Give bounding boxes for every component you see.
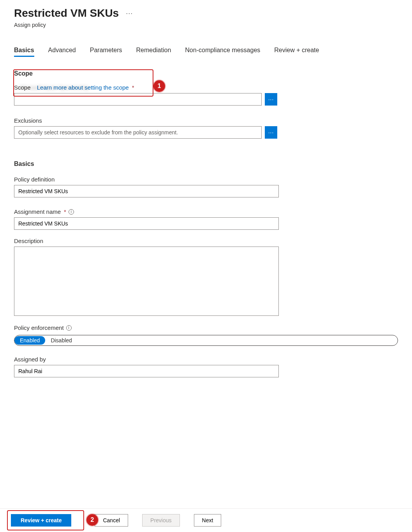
policy-definition-label: Policy definition: [14, 176, 55, 183]
tab-remediation[interactable]: Remediation: [136, 47, 171, 57]
tab-non-compliance[interactable]: Non-compliance messages: [185, 47, 260, 57]
tab-basics[interactable]: Basics: [14, 47, 34, 57]
toggle-enabled[interactable]: Enabled: [14, 336, 45, 345]
assigned-by-label: Assigned by: [14, 356, 46, 363]
description-textarea[interactable]: [14, 247, 279, 316]
scope-picker-button[interactable]: ···: [265, 93, 277, 106]
tabs: Basics Advanced Parameters Remediation N…: [14, 47, 398, 57]
ellipsis-icon: ···: [268, 97, 274, 102]
previous-button: Previous: [142, 514, 180, 527]
scope-input[interactable]: [14, 93, 262, 106]
required-indicator: *: [132, 84, 134, 91]
next-button[interactable]: Next: [194, 514, 222, 527]
tab-parameters[interactable]: Parameters: [90, 47, 122, 57]
assignment-name-label: Assignment name: [14, 208, 61, 215]
annotation-callout-1: 1: [153, 80, 165, 92]
more-icon[interactable]: ···: [126, 9, 133, 18]
required-indicator: *: [64, 208, 66, 215]
policy-enforcement-label: Policy enforcement: [14, 324, 64, 331]
policy-definition-input: [14, 185, 279, 197]
tab-advanced[interactable]: Advanced: [48, 47, 76, 57]
exclusions-label: Exclusions: [14, 117, 42, 124]
info-icon[interactable]: i: [66, 325, 72, 331]
description-label: Description: [14, 238, 43, 244]
cancel-button[interactable]: Cancel: [95, 514, 128, 527]
page-subtitle: Assign policy: [14, 22, 398, 28]
assigned-by-input[interactable]: [14, 365, 279, 377]
basics-heading: Basics: [14, 160, 398, 167]
annotation-callout-2: 2: [86, 514, 98, 526]
info-icon[interactable]: i: [69, 209, 74, 215]
policy-enforcement-toggle[interactable]: Enabled Disabled: [14, 335, 398, 346]
toggle-disabled[interactable]: Disabled: [45, 336, 77, 345]
footer: Review + create 2 Cancel Previous Next: [0, 508, 412, 532]
assignment-name-input[interactable]: [14, 217, 279, 230]
exclusions-picker-button[interactable]: ···: [265, 126, 277, 139]
page-title: Restricted VM SKUs: [14, 7, 119, 19]
scope-heading: Scope: [14, 70, 398, 77]
review-create-button[interactable]: Review + create: [11, 514, 71, 527]
exclusions-input[interactable]: [14, 126, 262, 139]
tab-review-create[interactable]: Review + create: [274, 47, 319, 57]
scope-blurred-value: Microsoft Azure Sponsorship: [19, 85, 89, 91]
ellipsis-icon: ···: [268, 130, 274, 135]
